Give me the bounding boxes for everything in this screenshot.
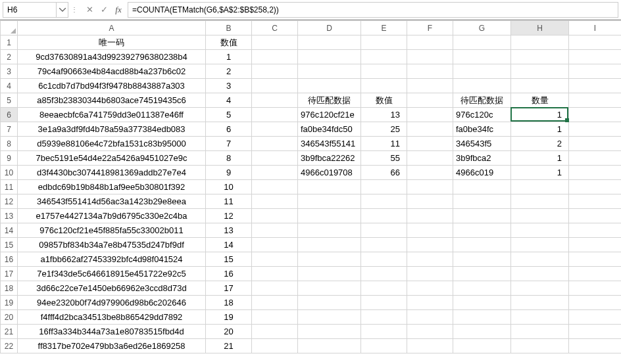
cell[interactable] bbox=[569, 296, 622, 310]
cell[interactable]: 8 bbox=[206, 151, 252, 166]
cell[interactable]: 8eeaecbfc6a741759dd3e011387e46ff bbox=[18, 108, 206, 122]
cell[interactable]: 55 bbox=[361, 151, 407, 166]
cell[interactable] bbox=[407, 325, 453, 339]
cell[interactable] bbox=[298, 35, 361, 50]
cell[interactable] bbox=[252, 339, 298, 353]
cell[interactable] bbox=[407, 35, 453, 50]
cell[interactable]: ff8317be702e479bb3a6ed26e1869258 bbox=[18, 339, 206, 353]
cell[interactable]: 3b9fbca2 bbox=[453, 151, 511, 166]
cell[interactable] bbox=[511, 35, 569, 50]
cell[interactable] bbox=[511, 310, 569, 325]
cell[interactable] bbox=[252, 50, 298, 64]
row-header[interactable]: 14 bbox=[1, 223, 18, 238]
cell[interactable] bbox=[361, 339, 407, 353]
cell[interactable] bbox=[453, 325, 511, 339]
cell[interactable] bbox=[407, 296, 453, 310]
cell[interactable] bbox=[569, 267, 622, 281]
cell[interactable]: 6c1cdb7d7bd94f3f9478b8843887a303 bbox=[18, 79, 206, 93]
cell[interactable] bbox=[298, 339, 361, 353]
cell[interactable] bbox=[407, 238, 453, 252]
cell[interactable] bbox=[453, 238, 511, 252]
cell[interactable]: d5939e88106e4c72bfa1531c83b95000 bbox=[18, 137, 206, 151]
cell[interactable]: 11 bbox=[206, 194, 252, 209]
cell[interactable] bbox=[453, 339, 511, 353]
cell[interactable] bbox=[511, 296, 569, 310]
cell[interactable]: d3f4430bc3074418981369addb27e7e4 bbox=[18, 166, 206, 180]
cell[interactable] bbox=[453, 194, 511, 209]
cell[interactable] bbox=[252, 252, 298, 267]
cell[interactable] bbox=[298, 209, 361, 223]
cell[interactable] bbox=[298, 238, 361, 252]
col-header-D[interactable]: D bbox=[298, 21, 361, 35]
cell[interactable]: 7bec5191e54d4e22a5426a9451027e9c bbox=[18, 151, 206, 166]
cell[interactable]: 16 bbox=[206, 267, 252, 281]
cell[interactable]: f4fff4d2bca34513be8b865429dd7892 bbox=[18, 310, 206, 325]
cell[interactable] bbox=[298, 267, 361, 281]
cell[interactable] bbox=[252, 79, 298, 93]
cell[interactable] bbox=[453, 310, 511, 325]
cell[interactable] bbox=[569, 166, 622, 180]
cell[interactable]: 976c120cf21e bbox=[298, 108, 361, 122]
cell[interactable] bbox=[252, 93, 298, 108]
cell[interactable] bbox=[511, 252, 569, 267]
cell[interactable] bbox=[569, 194, 622, 209]
row-header[interactable]: 15 bbox=[1, 238, 18, 252]
cell[interactable]: e1757e4427134a7b9d6795c330e2c4ba bbox=[18, 209, 206, 223]
cell[interactable]: 4966c019 bbox=[453, 166, 511, 180]
cell[interactable] bbox=[407, 180, 453, 194]
cell[interactable]: 1 bbox=[511, 151, 569, 166]
row-header[interactable]: 11 bbox=[1, 180, 18, 194]
cell[interactable] bbox=[361, 281, 407, 296]
col-header-E[interactable]: E bbox=[361, 21, 407, 35]
cell[interactable] bbox=[407, 93, 453, 108]
row-header[interactable]: 10 bbox=[1, 166, 18, 180]
row-header[interactable]: 12 bbox=[1, 194, 18, 209]
cell[interactable] bbox=[511, 223, 569, 238]
cell[interactable] bbox=[252, 296, 298, 310]
cell[interactable]: fa0be34fdc50 bbox=[298, 122, 361, 137]
cell[interactable]: 79c4af90663e4b84acd88b4a237b6c02 bbox=[18, 64, 206, 79]
cell[interactable] bbox=[298, 252, 361, 267]
cell[interactable] bbox=[298, 325, 361, 339]
cell[interactable] bbox=[569, 325, 622, 339]
cell[interactable]: 66 bbox=[361, 166, 407, 180]
cell[interactable] bbox=[252, 35, 298, 50]
cell[interactable] bbox=[407, 209, 453, 223]
cell[interactable] bbox=[511, 238, 569, 252]
cell[interactable] bbox=[511, 79, 569, 93]
cell[interactable] bbox=[569, 64, 622, 79]
row-header[interactable]: 7 bbox=[1, 122, 18, 137]
cell[interactable]: 1 bbox=[206, 50, 252, 64]
cell[interactable]: 3d66c22ce7e1450eb66962e3ccd8d73d bbox=[18, 281, 206, 296]
cell[interactable] bbox=[407, 151, 453, 166]
cell[interactable] bbox=[453, 281, 511, 296]
cell[interactable] bbox=[569, 180, 622, 194]
cell[interactable] bbox=[407, 194, 453, 209]
cell[interactable] bbox=[252, 238, 298, 252]
cell[interactable]: 21 bbox=[206, 339, 252, 353]
cell[interactable] bbox=[252, 310, 298, 325]
cell[interactable] bbox=[252, 223, 298, 238]
cell[interactable] bbox=[569, 137, 622, 151]
cell[interactable] bbox=[298, 223, 361, 238]
cell[interactable] bbox=[407, 79, 453, 93]
cell[interactable] bbox=[252, 267, 298, 281]
row-header[interactable]: 19 bbox=[1, 296, 18, 310]
cell[interactable] bbox=[511, 180, 569, 194]
cell[interactable] bbox=[407, 310, 453, 325]
cell[interactable] bbox=[298, 310, 361, 325]
cell[interactable] bbox=[511, 325, 569, 339]
cell[interactable]: 9cd37630891a43d992392796380238b4 bbox=[18, 50, 206, 64]
cell[interactable] bbox=[361, 64, 407, 79]
cell[interactable]: 3b9fbca22262 bbox=[298, 151, 361, 166]
cell[interactable] bbox=[453, 180, 511, 194]
cell[interactable]: 5 bbox=[206, 108, 252, 122]
cell[interactable] bbox=[252, 166, 298, 180]
col-header-A[interactable]: A bbox=[18, 21, 206, 35]
cell[interactable] bbox=[252, 209, 298, 223]
cell[interactable] bbox=[407, 166, 453, 180]
cell[interactable] bbox=[361, 209, 407, 223]
chevron-down-icon[interactable] bbox=[56, 3, 68, 17]
cell[interactable]: 20 bbox=[206, 325, 252, 339]
cell[interactable]: a85f3b23830344b6803ace74519435c6 bbox=[18, 93, 206, 108]
